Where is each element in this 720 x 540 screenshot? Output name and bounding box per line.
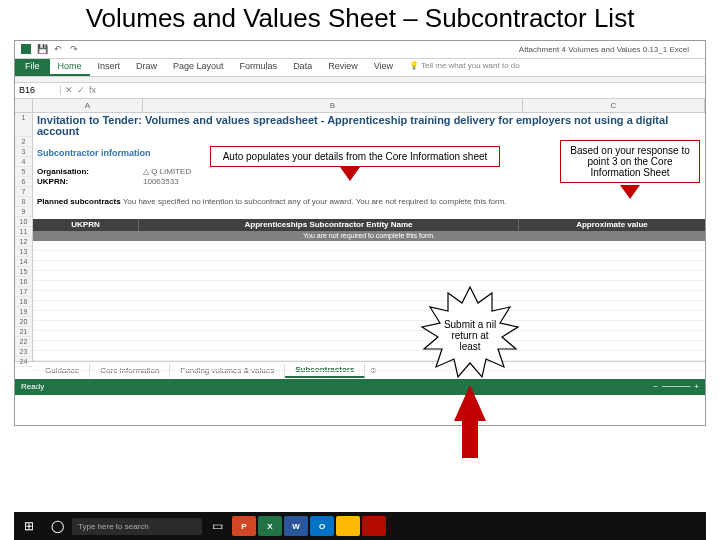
row-header[interactable]: 2 xyxy=(15,137,32,147)
row-header[interactable]: 8 xyxy=(15,197,32,207)
file-tab[interactable]: File xyxy=(15,59,50,76)
arrow-up-stem xyxy=(462,418,478,458)
row-header[interactable]: 1 xyxy=(15,113,32,137)
acrobat-icon[interactable] xyxy=(362,516,386,536)
fx-icon[interactable]: fx xyxy=(89,85,96,95)
row-header[interactable]: 23 xyxy=(15,347,32,357)
ukprn-label: UKPRN: xyxy=(33,177,139,187)
col-header-c[interactable]: C xyxy=(523,99,705,112)
start-button[interactable]: ⊞ xyxy=(16,514,42,538)
powerpoint-icon[interactable]: P xyxy=(232,516,256,536)
tab-page-layout[interactable]: Page Layout xyxy=(165,59,232,76)
row-header[interactable]: 5 xyxy=(15,167,32,177)
tab-formulas[interactable]: Formulas xyxy=(232,59,286,76)
row-header[interactable]: 24 xyxy=(15,357,32,367)
taskbar-search[interactable]: Type here to search xyxy=(72,518,202,535)
row-header[interactable]: 11 xyxy=(15,227,32,237)
th-entity-name: Apprenticeships Subcontractor Entity Nam… xyxy=(139,219,519,231)
row-header[interactable]: 12 xyxy=(15,237,32,247)
th-ukprn: UKPRN xyxy=(33,219,139,231)
arrow-down-icon xyxy=(340,167,360,181)
tab-view[interactable]: View xyxy=(366,59,401,76)
row-header[interactable]: 9 xyxy=(15,207,32,217)
column-headers: A B C xyxy=(15,99,705,113)
status-ready: Ready xyxy=(21,379,653,395)
tab-home[interactable]: Home xyxy=(50,59,90,76)
row-header[interactable]: 15 xyxy=(15,267,32,277)
outlook-icon[interactable]: O xyxy=(310,516,334,536)
excel-icon xyxy=(21,44,31,54)
excel-window: 💾 ↶ ↷ Attachment 4 Volumes and Values 0.… xyxy=(14,40,706,426)
row-header[interactable]: 17 xyxy=(15,287,32,297)
window-title: Attachment 4 Volumes and Values 0.13_1 E… xyxy=(85,45,699,54)
enter-icon[interactable]: ✓ xyxy=(77,85,85,95)
save-icon[interactable]: 💾 xyxy=(37,44,47,54)
row-header[interactable]: 16 xyxy=(15,277,32,287)
organisation-value: △ Q LIMITED xyxy=(139,167,195,177)
organisation-label: Organisation: xyxy=(33,167,139,177)
undo-icon[interactable]: ↶ xyxy=(53,44,63,54)
sheet-heading: Invitation to Tender: Volumes and values… xyxy=(33,113,705,137)
row-header[interactable]: 3 xyxy=(15,147,32,157)
row-header[interactable]: 18 xyxy=(15,297,32,307)
col-header-b[interactable]: B xyxy=(143,99,523,112)
cortana-icon[interactable]: ◯ xyxy=(44,514,70,538)
arrow-up-icon xyxy=(454,385,486,421)
tab-draw[interactable]: Draw xyxy=(128,59,165,76)
callout-auto-populate: Auto populates your details from the Cor… xyxy=(210,146,500,167)
table-not-required-banner: You are not required to complete this fo… xyxy=(33,231,705,241)
row-header[interactable]: 10 xyxy=(15,217,32,227)
col-header-a[interactable]: A xyxy=(33,99,143,112)
status-bar: Ready −─────+ xyxy=(15,379,705,395)
tell-me-search[interactable]: Tell me what you want to do xyxy=(401,59,528,76)
row-header[interactable]: 14 xyxy=(15,257,32,267)
row-header[interactable]: 4 xyxy=(15,157,32,167)
slide-title: Volumes and Values Sheet – Subcontractor… xyxy=(0,0,720,40)
redo-icon[interactable]: ↷ xyxy=(69,44,79,54)
cancel-icon[interactable]: ✕ xyxy=(65,85,73,95)
name-box[interactable]: B16 xyxy=(15,85,61,95)
word-icon[interactable]: W xyxy=(284,516,308,536)
tab-data[interactable]: Data xyxy=(285,59,320,76)
task-view-icon[interactable]: ▭ xyxy=(204,514,230,538)
ukprn-value: 10063533 xyxy=(139,177,183,187)
tab-insert[interactable]: Insert xyxy=(90,59,129,76)
zoom-controls[interactable]: −─────+ xyxy=(653,379,699,395)
quick-access-toolbar: 💾 ↶ ↷ Attachment 4 Volumes and Values 0.… xyxy=(15,41,705,59)
row-numbers: 1 2 3 4 5 6 7 8 9 10 11 12 13 14 15 16 1… xyxy=(15,113,33,361)
file-explorer-icon[interactable] xyxy=(336,516,360,536)
row-header[interactable]: 22 xyxy=(15,337,32,347)
tab-review[interactable]: Review xyxy=(320,59,366,76)
planned-subcontracts-message: You have specified no intention to subco… xyxy=(123,197,507,206)
planned-subcontracts-label: Planned subcontracts xyxy=(37,197,121,206)
row-header[interactable]: 19 xyxy=(15,307,32,317)
row-header[interactable]: 13 xyxy=(15,247,32,257)
select-all-corner[interactable] xyxy=(15,99,33,112)
callout-response-point3: Based on your response to point 3 on the… xyxy=(560,140,700,183)
formula-bar-row: B16 ✕ ✓ fx xyxy=(15,83,705,99)
row-header[interactable]: 7 xyxy=(15,187,32,197)
row-header[interactable]: 21 xyxy=(15,327,32,337)
row-header[interactable]: 20 xyxy=(15,317,32,327)
row-header[interactable]: 6 xyxy=(15,177,32,187)
subcontractor-table-header: UKPRN Apprenticeships Subcontractor Enti… xyxy=(33,219,705,231)
arrow-down-icon xyxy=(620,185,640,199)
excel-icon[interactable]: X xyxy=(258,516,282,536)
starburst-text: Submit a nil return at least xyxy=(440,319,500,352)
th-approx-value: Approximate value xyxy=(519,219,705,231)
ribbon-tabs: File Home Insert Draw Page Layout Formul… xyxy=(15,59,705,77)
empty-data-rows[interactable] xyxy=(33,241,705,371)
starburst-callout: Submit a nil return at least xyxy=(420,285,520,385)
windows-taskbar: ⊞ ◯ Type here to search ▭ P X W O xyxy=(14,512,706,540)
